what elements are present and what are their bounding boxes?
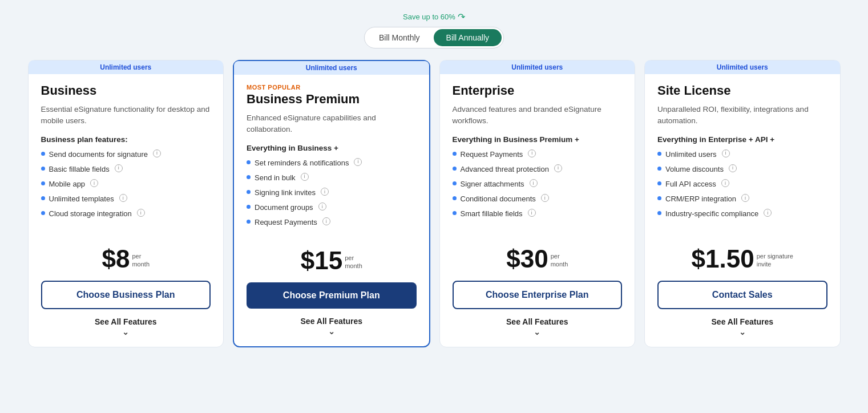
info-icon[interactable]: i (90, 179, 98, 187)
feature-text: Request Payments (255, 217, 317, 228)
feature-item: Conditional documents i (453, 194, 623, 204)
features-list: Request Payments i Advanced threat prote… (453, 149, 623, 231)
see-all-features-business-premium[interactable]: See All Features ⌄ (234, 317, 429, 336)
price-period: per signatureinvite (757, 252, 793, 269)
feature-text: Smart fillable fields (461, 209, 523, 219)
bullet-dot (247, 190, 251, 194)
feature-text: Set reminders & notifications (255, 158, 349, 168)
plan-name: Site License (657, 83, 827, 98)
info-icon[interactable]: i (721, 179, 729, 187)
info-icon[interactable]: i (137, 209, 145, 217)
feature-item: Send documents for signature i (41, 149, 211, 160)
features-heading: Everything in Business + (247, 144, 417, 152)
features-heading: Business plan features: (41, 135, 211, 144)
info-icon[interactable]: i (321, 188, 329, 196)
card-body: Business Essential eSignature functional… (29, 74, 224, 281)
feature-text: Industry-specific compliance (665, 209, 758, 219)
plan-name: Business (41, 83, 211, 98)
see-all-features-enterprise[interactable]: See All Features ⌄ (440, 317, 635, 337)
feature-text: Signer attachments (461, 179, 524, 189)
features-list: Send documents for signature i Basic fil… (41, 149, 211, 231)
feature-item: Unlimited templates i (41, 194, 211, 204)
bill-annually-button[interactable]: Bill Annually (434, 29, 502, 46)
feature-text: Document groups (255, 203, 313, 213)
see-all-text: See All Features (301, 317, 362, 326)
feature-item: Volume discounts i (657, 164, 827, 175)
unlimited-badge: Unlimited users (234, 61, 429, 75)
most-popular-label: MOST POPULAR (247, 84, 417, 91)
info-icon[interactable]: i (301, 173, 309, 181)
feature-text: Volume discounts (665, 164, 724, 175)
plan-card-business-premium: Unlimited users MOST POPULAR Business Pr… (233, 60, 430, 347)
info-icon[interactable]: i (741, 194, 749, 202)
bullet-dot (247, 175, 251, 179)
info-icon[interactable]: i (764, 209, 772, 217)
info-icon[interactable]: i (530, 179, 538, 187)
info-icon[interactable]: i (541, 194, 549, 202)
plan-name: Enterprise (453, 83, 623, 98)
plan-card-business: Unlimited users Business Essential eSign… (28, 60, 224, 347)
feature-item: Send in bulk i (247, 173, 417, 183)
info-icon[interactable]: i (115, 164, 123, 172)
feature-item: Signer attachments i (453, 179, 623, 189)
chevron-down-icon: ⌄ (122, 327, 129, 337)
plan-description: Unparalleled ROI, flexibility, integrati… (657, 104, 827, 127)
feature-text: Send in bulk (255, 173, 296, 183)
info-icon[interactable]: i (119, 194, 127, 202)
feature-text: Request Payments (461, 149, 523, 160)
price-section: $8 permonth (41, 246, 211, 272)
info-icon[interactable]: i (528, 149, 536, 157)
bullet-dot (41, 211, 45, 215)
feature-item: Basic fillable fields i (41, 164, 211, 175)
plan-description: Enhanced eSignature capabilities and col… (247, 112, 417, 136)
save-text: Save up to 60% (403, 13, 455, 21)
plan-name: Business Premium (247, 92, 417, 107)
plan-description: Advanced features and branded eSignature… (453, 104, 623, 127)
info-icon[interactable]: i (729, 164, 737, 172)
plan-description: Essential eSignature functionality for d… (41, 104, 211, 127)
see-all-features-site-license[interactable]: See All Features ⌄ (645, 317, 840, 337)
feature-item: Cloud storage integration i (41, 209, 211, 219)
bullet-dot (247, 220, 251, 224)
unlimited-badge: Unlimited users (440, 60, 635, 74)
info-icon[interactable]: i (318, 203, 326, 210)
see-all-text: See All Features (95, 317, 156, 326)
info-icon[interactable]: i (153, 149, 161, 157)
info-icon[interactable]: i (354, 158, 362, 166)
plan-card-site-license: Unlimited users Site License Unparallele… (644, 60, 841, 347)
info-icon[interactable]: i (528, 209, 536, 217)
card-body: MOST POPULAR Business Premium Enhanced e… (234, 75, 429, 282)
feature-text: Basic fillable fields (49, 164, 110, 175)
plans-container: Unlimited users Business Essential eSign… (23, 60, 845, 347)
chevron-down-icon: ⌄ (328, 327, 335, 336)
unlimited-badge: Unlimited users (29, 60, 224, 74)
bullet-dot (453, 196, 457, 200)
cta-button-business-premium[interactable]: Choose Premium Plan (247, 282, 417, 309)
billing-toggle[interactable]: Bill Monthly Bill Annually (364, 27, 504, 48)
info-icon[interactable]: i (322, 217, 330, 225)
bullet-dot (453, 211, 457, 215)
billing-header: Save up to 60% ↷ Bill Monthly Bill Annua… (364, 11, 504, 48)
features-heading: Everything in Enterprise + API + (657, 135, 827, 144)
features-list: Unlimited users i Volume discounts i Ful… (657, 149, 827, 231)
features-heading: Everything in Business Premium + (453, 135, 623, 144)
features-list: Set reminders & notifications i Send in … (247, 158, 417, 233)
price-section: $30 permonth (453, 246, 623, 272)
feature-text: Send documents for signature (49, 149, 148, 160)
cta-button-enterprise[interactable]: Choose Enterprise Plan (453, 281, 623, 309)
info-icon[interactable]: i (722, 149, 730, 157)
cta-button-site-license[interactable]: Contact Sales (657, 281, 827, 309)
feature-item: Request Payments i (453, 149, 623, 160)
bullet-dot (41, 167, 45, 171)
cta-button-business[interactable]: Choose Business Plan (41, 281, 211, 309)
feature-item: Smart fillable fields i (453, 209, 623, 219)
feature-item: Advanced threat protection i (453, 164, 623, 175)
save-badge: Save up to 60% ↷ (403, 11, 465, 22)
bill-monthly-button[interactable]: Bill Monthly (366, 29, 433, 46)
feature-text: Advanced threat protection (461, 164, 549, 175)
info-icon[interactable]: i (554, 164, 562, 172)
see-all-features-business[interactable]: See All Features ⌄ (29, 317, 224, 337)
bullet-dot (453, 181, 457, 185)
feature-item: Industry-specific compliance i (657, 209, 827, 219)
cta-wrap: Choose Business Plan (29, 281, 224, 309)
